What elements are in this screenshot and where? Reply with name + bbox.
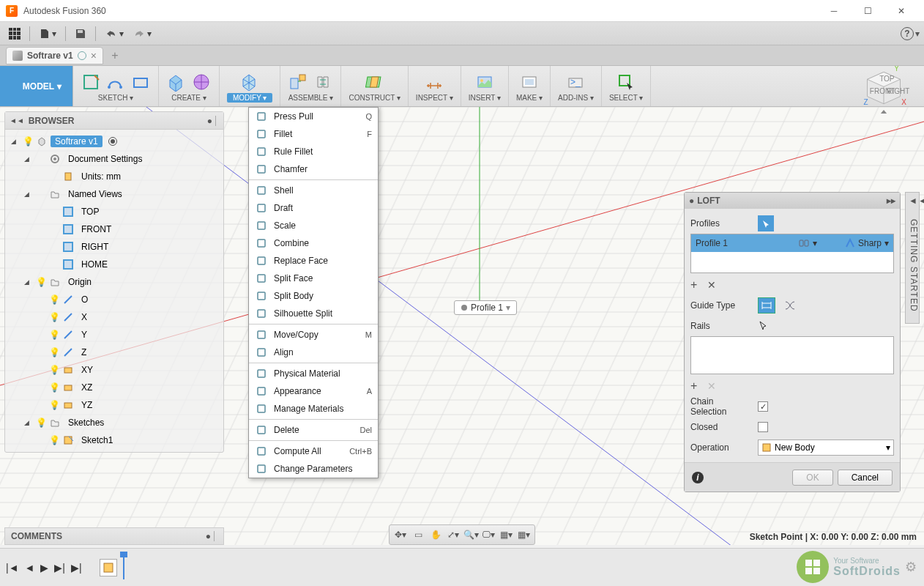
ribbon-construct[interactable]: CONSTRUCT ▾ [341,66,408,106]
expand-icon[interactable]: ▸▸ [887,196,895,206]
svg-text:Y: Y [894,66,899,73]
close-button[interactable]: ✕ [884,0,918,22]
ribbon-make[interactable]: MAKE ▾ [509,66,551,106]
browser-options-icon[interactable]: ● [207,116,212,126]
cancel-button[interactable]: Cancel [838,470,893,486]
ribbon-assemble[interactable]: ASSEMBLE ▾ [280,66,341,106]
tree-front[interactable]: FRONT [5,220,223,238]
tl-next-button[interactable]: ▶| [54,562,65,574]
display-button[interactable]: 🖵▾ [480,527,496,543]
ribbon-modify[interactable]: MODIFY ▾ [220,66,280,106]
cube-icon [12,51,23,61]
tree-right[interactable]: RIGHT [5,238,223,256]
guide-centerline-button[interactable] [781,297,799,314]
maximize-button[interactable]: ☐ [851,0,884,22]
tree-x[interactable]: 💡X [5,308,223,326]
tree-top[interactable]: TOP [5,203,223,220]
undo-button[interactable]: ▾ [100,26,128,42]
menu-change-parameters[interactable]: Change Parameters [249,460,378,478]
zoom-button[interactable]: ⤢▾ [445,527,461,543]
menu-combine[interactable]: Combine [249,234,378,252]
file-button[interactable]: ▾ [34,25,61,42]
guide-rails-button[interactable] [758,297,775,314]
ribbon-insert[interactable]: INSERT ▾ [461,66,509,106]
apps-button[interactable] [4,25,25,42]
tree-y[interactable]: 💡Y [5,326,223,344]
tl-sketch-feature[interactable] [100,559,117,576]
new-tab-button[interactable]: + [106,47,124,64]
save-button[interactable] [70,25,91,42]
tl-play-button[interactable]: ▶ [40,562,48,574]
fit-button[interactable]: 🔍▾ [463,527,479,543]
tree-o[interactable]: 💡O [5,291,223,308]
remove-profile-button[interactable]: ✕ [707,279,716,291]
tree-z[interactable]: 💡Z [5,344,223,361]
tree-sketches[interactable]: ◢💡Sketches [5,414,223,431]
ribbon-add-ins[interactable]: >_ADD-INS ▾ [551,66,602,106]
menu-shell[interactable]: Shell [249,182,378,199]
menu-scale[interactable]: Scale [249,217,378,234]
document-tab[interactable]: Softrare v1 × [6,47,103,64]
help-button[interactable]: ? [901,27,914,40]
viewports-button[interactable]: ▦▾ [515,527,532,543]
ribbon-sketch[interactable]: SKETCH ▾ [73,66,159,106]
lookat-button[interactable]: ▭ [410,527,426,543]
mode-button[interactable]: MODEL▾ [0,66,73,106]
pan-button[interactable]: ✋ [428,527,444,543]
tree-named-views[interactable]: ◢Named Views [5,185,223,203]
menu-split-face[interactable]: Split Face [249,270,378,287]
menu-rule-fillet[interactable]: Rule Fillet [249,143,378,160]
tree-softrare-v1[interactable]: ◢💡Softrare v1 [5,133,223,150]
menu-silhouette-split[interactable]: Silhouette Split [249,305,378,322]
tree-xz[interactable]: 💡XZ [5,379,223,396]
ok-button[interactable]: OK [792,470,832,486]
tree-document-settings[interactable]: ◢Document Settings [5,150,223,168]
chain-checkbox[interactable] [758,401,768,412]
menu-manage-materials[interactable]: Manage Materials [249,400,378,418]
menu-split-body[interactable]: Split Body [249,287,378,305]
tree-xy[interactable]: 💡XY [5,361,223,379]
collapse-icon[interactable]: ◄◄ [10,116,24,125]
tree-origin[interactable]: ◢💡Origin [5,273,223,291]
add-profile-button[interactable]: + [690,278,697,292]
profile-tag[interactable]: Profile 1▾ [454,300,517,315]
grid-button[interactable]: ▦▾ [498,527,514,543]
menu-fillet[interactable]: FilletF [249,125,378,143]
viewcube[interactable]: Y TOP FRONT RIGHT Z X [858,66,909,117]
tl-marker[interactable] [123,556,124,579]
profile-select-button[interactable] [758,215,774,231]
comments-panel[interactable]: COMMENTS ● [4,527,224,545]
pin-icon[interactable]: ● [689,196,694,206]
menu-compute-all[interactable]: Compute AllCtrl+B [249,442,378,460]
profile-row[interactable]: Profile 1 ▾ Sharp▾ [691,234,893,252]
tree-yz[interactable]: 💡YZ [5,396,223,414]
menu-press-pull[interactable]: Press PullQ [249,108,378,125]
tl-start-button[interactable]: |◄ [6,562,19,574]
ribbon-select[interactable]: SELECT ▾ [602,66,652,106]
menu-draft[interactable]: Draft [249,199,378,217]
ribbon-inspect[interactable]: INSPECT ▾ [409,66,461,106]
tree-home[interactable]: HOME [5,256,223,273]
menu-appearance[interactable]: AppearanceA [249,382,378,400]
add-rail-button[interactable]: + [690,379,697,393]
menu-replace-face[interactable]: Replace Face [249,252,378,270]
menu-align[interactable]: Align [249,344,378,361]
tl-end-button[interactable]: ▶| [71,562,82,574]
info-icon[interactable]: i [692,472,704,483]
menu-chamfer[interactable]: Chamfer [249,160,378,178]
menu-physical-material[interactable]: Physical Material [249,365,378,382]
tree-units:-mm[interactable]: Units: mm [5,168,223,185]
ribbon-create[interactable]: CREATE ▾ [159,66,220,106]
menu-delete[interactable]: DeleteDel [249,421,378,439]
redo-button[interactable]: ▾ [128,26,156,42]
minimize-button[interactable]: ─ [817,0,851,22]
getting-started-tab[interactable]: ◄◄GETTING STARTED [905,192,920,324]
tab-close-icon[interactable]: × [91,50,97,62]
cursor-icon [758,320,768,332]
orbit-button[interactable]: ✥▾ [392,527,409,543]
tree-sketch1[interactable]: 💡Sketch1 [5,431,223,449]
closed-checkbox[interactable] [758,422,768,432]
tl-prev-button[interactable]: ◄ [25,562,35,574]
menu-move-copy[interactable]: Move/CopyM [249,326,378,344]
operation-select[interactable]: New Body▾ [758,440,894,456]
